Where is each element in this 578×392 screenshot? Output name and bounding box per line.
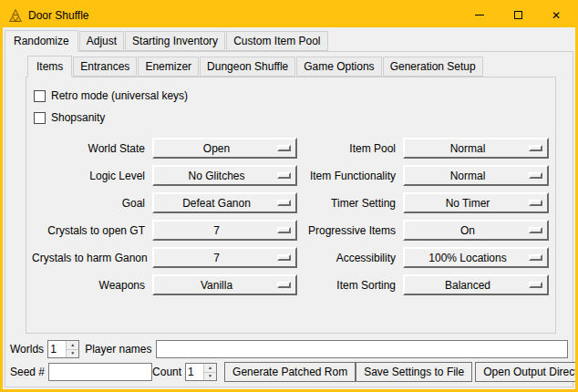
weapons-label: Weapons [32,279,147,292]
dropdown-indicator [529,145,542,151]
items-pane: Retro mode (universal keys) Shopsanity W… [26,77,556,334]
checkbox-box [34,112,46,124]
spin-down-button[interactable]: ▼ [67,350,78,358]
dropdown-value: On [460,224,475,237]
maximize-button[interactable] [499,3,537,27]
retro-mode-checkbox[interactable]: Retro mode (universal keys) [34,85,550,107]
dropdown-value: No Timer [446,197,490,210]
titlebar: Door Shuffle ✕ [3,3,575,27]
spin-up-button[interactable]: ▲ [204,364,216,373]
item-sorting-dropdown[interactable]: Balanced [403,274,549,295]
item-functionality-label: Item Functionality [303,170,397,182]
save-settings-button[interactable]: Save Settings to File [356,362,472,382]
options-form: World State Open Item Pool Normal Logic … [32,138,550,295]
item-pool-label: Item Pool [303,142,397,155]
close-button[interactable]: ✕ [537,3,575,27]
randomize-pane: Items Entrances Enemizer Dungeon Shuffle… [5,51,573,387]
tab-starting-inventory[interactable]: Starting Inventory [125,31,225,51]
main-tabbar: Randomize Adjust Starting Inventory Cust… [3,30,575,51]
worlds-input[interactable] [48,341,66,357]
maximize-icon [514,11,522,19]
tab-game-options[interactable]: Game Options [296,57,381,77]
inner-tabbar: Items Entrances Enemizer Dungeon Shuffle… [26,56,556,77]
logic-level-dropdown[interactable]: No Glitches [152,165,297,186]
dropdown-indicator [277,145,291,151]
weapons-dropdown[interactable]: Vanilla [152,274,297,295]
open-output-directory-button[interactable]: Open Output Directory [475,362,578,382]
tab-generation-setup[interactable]: Generation Setup [383,57,483,77]
spin-up-button[interactable]: ▲ [67,341,78,350]
crystals-ganon-dropdown[interactable]: 7 [152,247,297,268]
player-names-input[interactable] [156,340,569,358]
tab-dungeon-shuffle[interactable]: Dungeon Shuffle [200,57,295,77]
item-pool-dropdown[interactable]: Normal [403,138,549,159]
dropdown-indicator [529,282,542,288]
item-functionality-dropdown[interactable]: Normal [403,165,549,186]
progressive-items-label: Progressive Items [303,224,397,237]
dropdown-value: Balanced [445,279,490,292]
progressive-items-dropdown[interactable]: On [403,220,549,241]
bottom-controls: Worlds ▲ ▼ Player names Seed # Count [5,336,573,387]
minimize-icon [475,15,484,15]
dropdown-value: 100% Locations [428,252,506,264]
dropdown-value: Vanilla [201,279,232,292]
worlds-spinner: ▲ ▼ [47,340,79,358]
tab-randomize[interactable]: Randomize [5,30,78,52]
dropdown-indicator [529,227,542,233]
dropdown-indicator [529,254,542,261]
crystals-ganon-label: Crystals to harm Ganon [32,252,147,264]
dropdown-indicator [529,172,542,179]
dropdown-indicator [277,172,291,179]
close-icon: ✕ [552,10,561,21]
dropdown-indicator [277,200,291,206]
tab-entrances[interactable]: Entrances [73,57,137,77]
world-state-dropdown[interactable]: Open [152,138,297,159]
seed-input[interactable] [48,363,152,381]
count-input[interactable] [186,364,203,380]
shopsanity-checkbox[interactable]: Shopsanity [34,107,550,129]
checkbox-label: Retro mode (universal keys) [51,89,188,102]
app-icon [8,8,23,23]
accessibility-label: Accessibility [303,252,397,264]
seed-row: Seed # Count ▲ ▼ Generate Patched Rom Sa… [10,362,568,382]
timer-setting-dropdown[interactable]: No Timer [403,192,549,213]
player-names-label: Player names [85,343,151,356]
spin-down-button[interactable]: ▼ [204,373,216,381]
dropdown-value: No Glitches [188,170,244,182]
right-buttons: Save Settings to File Open Output Direct… [356,362,578,382]
tab-adjust[interactable]: Adjust [79,31,124,51]
window-title: Door Shuffle [28,9,89,22]
crystals-gt-label: Crystals to open GT [32,224,147,237]
accessibility-dropdown[interactable]: 100% Locations [403,247,549,268]
worlds-label: Worlds [10,343,44,356]
minimize-button[interactable] [460,3,499,27]
dropdown-value: Defeat Ganon [182,197,251,210]
count-label: Count [152,366,181,378]
timer-setting-label: Timer Setting [303,197,397,210]
checkbox-label: Shopsanity [51,111,105,124]
logic-level-label: Logic Level [32,170,147,182]
spinner-buttons: ▲ ▼ [66,341,78,357]
tab-enemizer[interactable]: Enemizer [138,57,199,77]
seed-label: Seed # [10,366,45,378]
dropdown-value: Normal [450,142,486,155]
window: Door Shuffle ✕ Randomize Adjust Starting… [0,0,578,392]
tab-custom-item-pool[interactable]: Custom Item Pool [226,31,327,51]
checkbox-box [34,90,46,102]
dropdown-indicator [277,254,291,261]
count-spinner: ▲ ▼ [185,363,217,381]
world-state-label: World State [32,142,147,155]
item-sorting-label: Item Sorting [303,279,397,292]
goal-dropdown[interactable]: Defeat Ganon [152,192,297,213]
worlds-row: Worlds ▲ ▼ Player names [10,340,568,358]
inner-notebook: Items Entrances Enemizer Dungeon Shuffle… [26,56,556,334]
generate-patched-rom-button[interactable]: Generate Patched Rom [224,362,356,382]
dropdown-value: Normal [450,170,486,182]
dropdown-value: 7 [213,224,220,237]
tab-items[interactable]: Items [27,56,72,77]
dropdown-indicator [277,282,291,288]
dropdown-value: Open [203,142,230,155]
goal-label: Goal [32,197,147,210]
crystals-gt-dropdown[interactable]: 7 [152,220,297,241]
dropdown-value: 7 [213,252,220,264]
